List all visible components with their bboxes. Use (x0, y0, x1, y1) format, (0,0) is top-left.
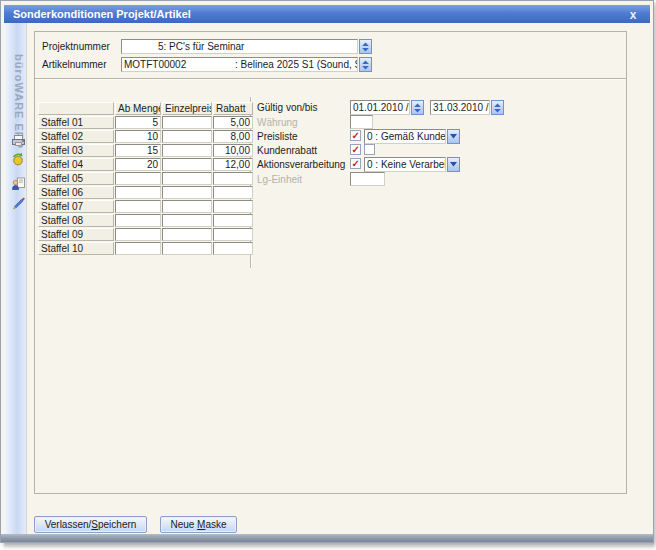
header-rabatt: Rabatt (213, 102, 253, 115)
ab-menge-cell[interactable] (115, 172, 161, 185)
brand-sidebar: büroWARE ERP (4, 23, 27, 534)
rabatt-cell[interactable] (213, 242, 253, 255)
projektnummer-input[interactable]: 5: PC's für Seminar (121, 39, 358, 54)
table-row: Staffel 01 5 5,00 (38, 116, 254, 129)
row-label: Staffel 02 (38, 130, 114, 143)
ab-menge-cell[interactable]: 15 (115, 144, 161, 157)
kundenrabatt-value-checkbox[interactable] (364, 144, 375, 155)
table-row: Staffel 10 (38, 242, 254, 255)
header-ab-menge: Ab Menge (115, 102, 161, 115)
aktionsverarbeitung-dropdown-arrow-icon[interactable] (447, 157, 460, 172)
table-header-row: Ab Menge Einzelpreis Rabatt (38, 102, 254, 115)
horizontal-separator (35, 78, 626, 80)
projektnummer-label: Projektnummer (42, 41, 110, 52)
row-label: Staffel 03 (38, 144, 114, 157)
einzelpreis-cell[interactable] (162, 130, 212, 143)
row-label: Staffel 04 (38, 158, 114, 171)
print-icon[interactable] (11, 133, 26, 148)
waehrung-label: Währung (257, 117, 298, 128)
ab-menge-cell[interactable]: 20 (115, 158, 161, 171)
title-bar[interactable]: Sonderkonditionen Projekt/Artikel x (4, 5, 650, 23)
artikelnummer-input[interactable]: MOTFT00002 : Belinea 2025 S1 (Sound, Sil… (121, 57, 358, 72)
header-einzelpreis: Einzelpreis (162, 102, 212, 115)
button-text: peichern (98, 519, 136, 530)
ab-menge-cell[interactable] (115, 214, 161, 227)
preisliste-checkbox[interactable]: ✓ (350, 130, 361, 141)
einzelpreis-cell[interactable] (162, 172, 212, 185)
ab-menge-cell[interactable] (115, 186, 161, 199)
row-label: Staffel 09 (38, 228, 114, 241)
dialog-window: Sonderkonditionen Projekt/Artikel x büro… (0, 0, 654, 543)
artikelnummer-field-row: MOTFT00002 : Belinea 2025 S1 (Sound, Sil… (121, 57, 372, 72)
staffel-table: Ab Menge Einzelpreis Rabatt Staffel 01 5… (38, 102, 254, 256)
row-label: Staffel 07 (38, 200, 114, 213)
aktionsverarbeitung-label: Aktionsverarbeitung (257, 159, 345, 170)
einzelpreis-cell[interactable] (162, 228, 212, 241)
contact-icon[interactable] (11, 176, 26, 191)
rabatt-cell[interactable] (213, 200, 253, 213)
ab-menge-cell[interactable]: 10 (115, 130, 161, 143)
rabatt-cell[interactable] (213, 186, 253, 199)
table-row: Staffel 02 10 8,00 (38, 130, 254, 143)
button-accesskey: S (91, 519, 98, 530)
neue-maske-button[interactable]: Neue Maske (160, 516, 237, 533)
lg-einheit-input[interactable] (350, 172, 385, 186)
einzelpreis-cell[interactable] (162, 200, 212, 213)
einzelpreis-cell[interactable] (162, 158, 212, 171)
window-title: Sonderkonditionen Projekt/Artikel (13, 8, 191, 20)
einzelpreis-cell[interactable] (162, 116, 212, 129)
gueltig-bis-input[interactable]: 31.03.2010 /Mi (430, 100, 490, 115)
rabatt-cell[interactable]: 12,00 (213, 158, 253, 171)
artikelnummer-label: Artikelnummer (42, 59, 106, 70)
header-empty (38, 102, 114, 115)
gueltig-bis-spinner-icon[interactable] (491, 100, 504, 115)
check-icon: ✓ (352, 130, 360, 141)
gueltig-bis-row: 31.03.2010 /Mi (430, 100, 504, 115)
einzelpreis-cell[interactable] (162, 186, 212, 199)
preisliste-dropdown[interactable]: 0 : Gemäß Kundenstamm (364, 129, 460, 144)
row-label: Staffel 10 (38, 242, 114, 255)
einzelpreis-cell[interactable] (162, 144, 212, 157)
artikelnummer-spinner-icon[interactable] (359, 57, 372, 72)
verlassen-speichern-button[interactable]: Verlassen/Speichern (34, 516, 147, 533)
ab-menge-cell[interactable] (115, 200, 161, 213)
waehrung-input[interactable] (350, 115, 373, 129)
table-row: Staffel 07 (38, 200, 254, 213)
projektnummer-spinner-icon[interactable] (359, 39, 372, 54)
rabatt-cell[interactable] (213, 214, 253, 227)
row-label: Staffel 01 (38, 116, 114, 129)
gueltig-von-spinner-icon[interactable] (411, 100, 424, 115)
window-bottom-border (1, 534, 653, 542)
preisliste-label: Preisliste (257, 131, 298, 142)
content-panel (34, 31, 627, 494)
einzelpreis-cell[interactable] (162, 242, 212, 255)
aktionsverarbeitung-checkbox[interactable]: ✓ (350, 158, 361, 169)
table-row: Staffel 05 (38, 172, 254, 185)
ab-menge-cell[interactable] (115, 242, 161, 255)
rabatt-cell[interactable] (213, 228, 253, 241)
edit-pen-icon[interactable] (11, 195, 26, 210)
close-button[interactable]: x (626, 6, 640, 22)
check-icon: ✓ (352, 158, 360, 169)
rabatt-cell[interactable]: 10,00 (213, 144, 253, 157)
rabatt-cell[interactable]: 5,00 (213, 116, 253, 129)
einzelpreis-cell[interactable] (162, 214, 212, 227)
rabatt-cell[interactable]: 8,00 (213, 130, 253, 143)
row-label: Staffel 06 (38, 186, 114, 199)
ab-menge-cell[interactable] (115, 228, 161, 241)
preisliste-dropdown-arrow-icon[interactable] (447, 129, 460, 144)
kundenrabatt-label: Kundenrabatt (257, 145, 317, 156)
kundenrabatt-checkbox[interactable]: ✓ (350, 144, 361, 155)
window-shadow (4, 543, 654, 549)
lg-einheit-label: Lg-Einheit (257, 174, 302, 185)
gueltig-von-input[interactable]: 01.01.2010 /Fr (350, 100, 410, 115)
artikelnummer-description: : Belinea 2025 S1 (Sound, Silber) (235, 58, 358, 71)
ab-menge-cell[interactable]: 5 (115, 116, 161, 129)
rabatt-cell[interactable] (213, 172, 253, 185)
currency-icon[interactable] (11, 152, 26, 167)
aktionsverarbeitung-value: 0 : Keine Verarbeitung (364, 157, 446, 172)
aktionsverarbeitung-dropdown[interactable]: 0 : Keine Verarbeitung (364, 157, 460, 172)
table-row: Staffel 09 (38, 228, 254, 241)
table-row: Staffel 06 (38, 186, 254, 199)
artikelnummer-code: MOTFT00002 (124, 59, 186, 70)
